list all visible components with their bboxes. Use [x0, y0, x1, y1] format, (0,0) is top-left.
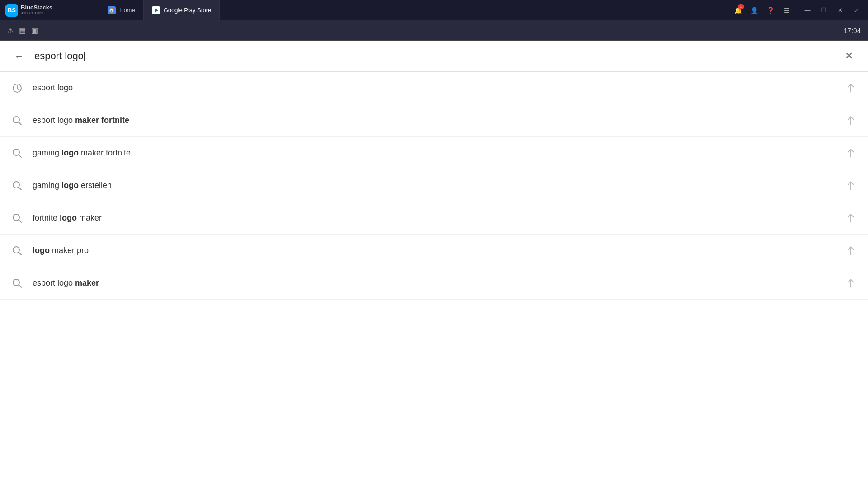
suggestion-item-6[interactable]: logo maker pro: [0, 235, 868, 267]
search-icon-4: [11, 179, 24, 192]
suggestion-normal-4a: gaming: [33, 181, 61, 190]
notification-badge: 1: [738, 4, 744, 9]
toolbar: ⚠ ▦ ▣ 17:04: [0, 20, 868, 41]
play-store-tab-icon: [152, 6, 160, 14]
suggestion-item-7[interactable]: esport logo maker: [0, 267, 868, 300]
svg-line-1: [847, 84, 855, 92]
svg-line-9: [19, 187, 22, 190]
tab-play-store[interactable]: Google Play Store: [144, 0, 220, 20]
home-tab-icon: 🏠: [108, 6, 116, 14]
svg-line-19: [847, 279, 855, 287]
tab-bar: 🏠 Home Google Play Store: [99, 0, 731, 20]
suggestion-bold-6: logo: [33, 246, 50, 255]
suggestion-item-5[interactable]: fortnite logo maker: [0, 202, 868, 235]
search-query-text: esport logo: [34, 50, 85, 62]
suggestion-arrow-1[interactable]: [842, 79, 860, 97]
suggestion-bold-3: logo: [61, 148, 79, 157]
suggestion-bold-4: logo: [61, 181, 79, 190]
help-button[interactable]: ❓: [763, 3, 778, 18]
brand-info: BlueStacks 4280.1.1002: [21, 5, 52, 15]
suggestion-normal-5b: maker: [77, 213, 102, 222]
suggestion-arrow-5[interactable]: [842, 209, 860, 227]
suggestion-arrow-4[interactable]: [842, 177, 860, 195]
svg-line-4: [847, 117, 855, 124]
suggestion-text-6: logo maker pro: [33, 246, 835, 255]
search-bar: ← esport logo ✕: [0, 41, 868, 72]
app-logo: BS BlueStacks 4280.1.1002: [0, 4, 99, 17]
close-button[interactable]: ✕: [832, 2, 848, 19]
brand-version: 4280.1.1002: [21, 11, 52, 16]
suggestion-normal-6b: maker pro: [50, 246, 89, 255]
history-icon: [11, 82, 24, 94]
suggestion-normal-7a: esport logo: [33, 278, 75, 287]
search-icon-6: [11, 244, 24, 257]
suggestion-normal-5a: fortnite: [33, 213, 60, 222]
svg-line-18: [19, 285, 22, 287]
search-input-wrapper[interactable]: esport logo: [34, 50, 834, 62]
suggestion-item-history[interactable]: esport logo: [0, 72, 868, 104]
suggestion-normal-3a: gaming: [33, 148, 61, 157]
svg-line-15: [19, 252, 22, 255]
search-icon-3: [11, 147, 24, 160]
suggestion-bold-7: maker: [75, 278, 99, 287]
suggestion-arrow-7[interactable]: [842, 274, 860, 292]
suggestion-arrow-6[interactable]: [842, 242, 860, 260]
window-controls: — ❐ ✕ ⤢: [799, 2, 864, 19]
suggestion-item-2[interactable]: esport logo maker fortnite: [0, 104, 868, 137]
suggestion-arrow-2[interactable]: [842, 112, 860, 130]
suggestion-normal-3b: maker fortnite: [79, 148, 131, 157]
suggestion-text-4: gaming logo erstellen: [33, 181, 835, 190]
svg-line-10: [847, 182, 855, 189]
svg-line-3: [19, 122, 22, 125]
expand-button[interactable]: ⤢: [848, 2, 864, 19]
titlebar: BS BlueStacks 4280.1.1002 🏠 Home Google …: [0, 0, 868, 20]
suggestion-normal-2: esport logo: [33, 116, 75, 125]
suggestion-text-1: esport logo: [33, 83, 835, 93]
suggestion-bold-5: logo: [60, 213, 77, 222]
tab-home[interactable]: 🏠 Home: [99, 0, 144, 20]
suggestion-item-4[interactable]: gaming logo erstellen: [0, 169, 868, 202]
svg-line-16: [847, 247, 855, 254]
suggestion-text-2: esport logo maker fortnite: [33, 116, 835, 125]
back-button[interactable]: ←: [11, 48, 27, 64]
keyboard-icon[interactable]: ▦: [19, 26, 26, 35]
svg-line-6: [19, 155, 22, 157]
brand-name: BlueStacks: [21, 5, 52, 11]
suggestion-arrow-3[interactable]: [842, 144, 860, 162]
main-content: ← esport logo ✕ esport logo: [0, 41, 868, 488]
settings-icon[interactable]: ▣: [31, 26, 38, 35]
menu-button[interactable]: ☰: [779, 3, 794, 18]
suggestion-item-3[interactable]: gaming logo maker fortnite: [0, 137, 868, 169]
titlebar-actions: 🔔 1 👤 ❓ ☰ — ❐ ✕ ⤢: [731, 2, 868, 19]
tab-play-store-label: Google Play Store: [164, 7, 212, 14]
profile-button[interactable]: 👤: [747, 3, 761, 18]
maximize-button[interactable]: ❐: [816, 2, 832, 19]
notification-button[interactable]: 🔔 1: [731, 3, 745, 18]
warning-icon[interactable]: ⚠: [7, 26, 14, 35]
suggestion-text-5: fortnite logo maker: [33, 213, 835, 223]
suggestion-text-7: esport logo maker: [33, 278, 835, 288]
svg-line-7: [847, 149, 855, 157]
suggestion-text-3: gaming logo maker fortnite: [33, 148, 835, 158]
tab-home-label: Home: [119, 7, 135, 14]
time-display: 17:04: [844, 27, 861, 34]
search-icon-2: [11, 114, 24, 127]
bluestacks-icon: BS: [5, 4, 18, 17]
svg-line-12: [19, 220, 22, 222]
suggestion-bold-2: maker fortnite: [75, 116, 129, 125]
suggestion-normal-4b: erstellen: [79, 181, 112, 190]
minimize-button[interactable]: —: [799, 2, 816, 19]
suggestion-normal-text: esport logo: [33, 83, 73, 92]
suggestions-list: esport logo esport logo maker fortnite: [0, 72, 868, 300]
search-icon-7: [11, 277, 24, 290]
search-icon-5: [11, 212, 24, 225]
svg-line-13: [847, 214, 855, 222]
clear-search-button[interactable]: ✕: [841, 48, 857, 64]
